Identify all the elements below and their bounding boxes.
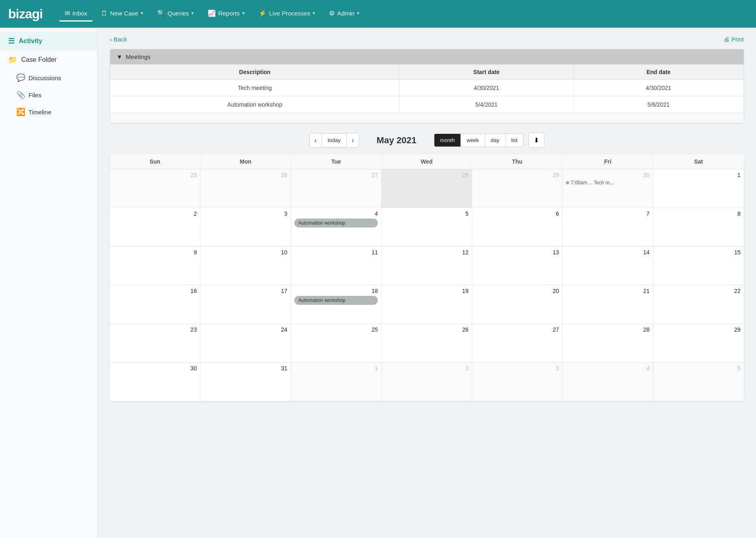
meeting-2-start: 5/4/2021	[399, 96, 573, 113]
top-navigation: bizagi ✉ Inbox 🗒 New Case ▾ 🔍 Queries ▾ …	[0, 0, 756, 28]
nav-new-case-label: New Case	[110, 10, 138, 17]
cal-cell-may6[interactable]: 6	[472, 208, 563, 247]
meetings-card: ▼ Meetings Description Start date End da…	[110, 49, 744, 123]
cal-cell-may9[interactable]: 9	[110, 247, 200, 285]
cal-cell-may17[interactable]: 17	[200, 285, 291, 324]
inbox-icon: ✉	[65, 9, 70, 17]
nav-new-case[interactable]: 🗒 New Case ▾	[95, 7, 149, 22]
meeting-1-description: Tech meeting	[110, 80, 400, 96]
cal-cell-may21[interactable]: 21	[563, 285, 653, 324]
sidebar-timeline-label: Timeline	[28, 109, 51, 116]
cal-cell-jun1[interactable]: 1	[291, 363, 381, 401]
admin-caret: ▾	[357, 11, 359, 16]
cal-prev-button[interactable]: ‹	[310, 133, 322, 147]
cal-event-tech-meeting-dot[interactable]: 7:00am ... Tech m...	[566, 180, 649, 186]
cal-download-button[interactable]: ⬇	[528, 133, 544, 148]
activity-icon: ☰	[8, 37, 15, 46]
sidebar-item-timeline[interactable]: 🔀 Timeline	[8, 103, 97, 120]
cal-view-month[interactable]: month	[434, 134, 461, 147]
cal-cell-may28[interactable]: 28	[563, 324, 653, 363]
nav-queries[interactable]: 🔍 Queries ▾	[151, 6, 200, 22]
cal-cell-jun4[interactable]: 4	[563, 363, 653, 401]
cal-cell-may30[interactable]: 30	[110, 363, 200, 401]
cal-cell-may13[interactable]: 13	[472, 247, 563, 285]
col-start-date: Start date	[399, 65, 573, 80]
cal-cell-may14[interactable]: 14	[563, 247, 653, 285]
meeting-1-start: 4/30/2021	[399, 80, 573, 96]
nav-admin[interactable]: ⚙ Admin ▾	[323, 6, 365, 22]
cal-cell-may26[interactable]: 26	[381, 324, 472, 363]
meetings-header: ▼ Meetings	[110, 49, 744, 64]
cal-cell-may10[interactable]: 10	[200, 247, 291, 285]
nav-reports[interactable]: 📈 Reports ▾	[202, 6, 250, 22]
cal-cell-apr30[interactable]: 30 7:00am ... Tech m...	[563, 169, 653, 208]
sidebar-item-files[interactable]: 📎 Files	[8, 86, 97, 103]
cal-event-automation-workshop-1[interactable]: Automation workshop	[294, 219, 378, 227]
cal-cell-may24[interactable]: 24	[200, 324, 291, 363]
cal-cell-may5[interactable]: 5	[381, 208, 472, 247]
cal-cell-may16[interactable]: 16	[110, 285, 200, 324]
cal-cell-may4[interactable]: 4 Automation workshop	[291, 208, 381, 247]
cal-cell-may12[interactable]: 12	[381, 247, 472, 285]
meeting-row-2[interactable]: Automation workshop 5/4/2021 5/6/2021	[110, 96, 744, 113]
sidebar-activity-label: Activity	[19, 37, 42, 45]
cal-cell-may2[interactable]: 2	[110, 208, 200, 247]
cal-cell-may22[interactable]: 22	[653, 285, 744, 324]
cal-cell-may31[interactable]: 31	[200, 363, 291, 401]
cal-event-automation-workshop-2[interactable]: Automation workshop	[294, 296, 378, 305]
cal-cell-may8[interactable]: 8	[653, 208, 744, 247]
cal-nav-group: ‹ today ›	[309, 133, 359, 148]
cal-cell-may23[interactable]: 23	[110, 324, 200, 363]
cal-cell-jun5[interactable]: 5	[653, 363, 744, 401]
meetings-title: Meetings	[126, 53, 151, 60]
cal-cell-may11[interactable]: 11	[291, 247, 381, 285]
main-layout: ☰ Activity 📁 Case Folder 💬 Discussions 📎…	[0, 28, 756, 538]
cal-cell-jun3[interactable]: 3	[472, 363, 563, 401]
nav-live-processes[interactable]: ⚡ Live Processes ▾	[253, 6, 321, 22]
cal-cell-apr25[interactable]: 25	[110, 169, 200, 208]
new-case-caret: ▾	[141, 11, 143, 16]
cal-view-week[interactable]: week	[461, 134, 485, 147]
nav-live-processes-label: Live Processes	[269, 10, 311, 17]
sidebar-item-discussions[interactable]: 💬 Discussions	[8, 69, 97, 86]
nav-queries-label: Queries	[168, 10, 189, 17]
cal-header-sun: Sun	[110, 154, 200, 169]
cal-cell-may1[interactable]: 1	[653, 169, 744, 208]
cal-cell-may27[interactable]: 27	[472, 324, 563, 363]
sidebar-item-activity[interactable]: ☰ Activity	[0, 32, 97, 50]
cal-next-button[interactable]: ›	[347, 133, 359, 147]
cal-cell-apr27[interactable]: 27	[291, 169, 381, 208]
cal-view-list[interactable]: list	[506, 134, 524, 147]
print-button[interactable]: 🖨 Print	[723, 36, 744, 43]
sidebar: ☰ Activity 📁 Case Folder 💬 Discussions 📎…	[0, 28, 98, 538]
cal-today-button[interactable]: today	[322, 134, 347, 147]
back-chevron-icon: ‹	[110, 36, 112, 43]
cal-cell-may29[interactable]: 29	[653, 324, 744, 363]
meeting-row-1[interactable]: Tech meeting 4/30/2021 4/30/2021	[110, 80, 744, 96]
queries-caret: ▾	[191, 11, 194, 16]
case-folder-icon: 📁	[8, 55, 17, 64]
calendar: Sun Mon Tue Wed Thu Fri Sat 25 26 27 28 …	[110, 154, 744, 401]
meetings-collapse-icon[interactable]: ▼	[116, 53, 123, 60]
cal-cell-may20[interactable]: 20	[472, 285, 563, 324]
cal-view-day[interactable]: day	[485, 134, 506, 147]
cal-cell-may25[interactable]: 25	[291, 324, 381, 363]
cal-header-tue: Tue	[291, 154, 381, 169]
cal-cell-apr28[interactable]: 28	[381, 169, 472, 208]
sidebar-files-label: Files	[28, 92, 42, 98]
sidebar-case-folder-label: Case Folder	[21, 56, 57, 63]
cal-cell-may19[interactable]: 19	[381, 285, 472, 324]
nav-inbox[interactable]: ✉ Inbox	[59, 6, 93, 22]
cal-cell-apr26[interactable]: 26	[200, 169, 291, 208]
cal-cell-jun2[interactable]: 2	[381, 363, 472, 401]
cal-cell-may3[interactable]: 3	[200, 208, 291, 247]
meeting-2-end: 5/6/2021	[573, 96, 743, 113]
cal-cell-may18[interactable]: 18 Automation workshop	[291, 285, 381, 324]
cal-cell-apr29[interactable]: 29	[472, 169, 563, 208]
cal-cell-may15[interactable]: 15	[653, 247, 744, 285]
nav-admin-label: Admin	[337, 10, 355, 17]
sidebar-item-case-folder[interactable]: 📁 Case Folder	[0, 50, 97, 69]
cal-cell-may7[interactable]: 7	[563, 208, 653, 247]
back-button[interactable]: ‹ Back	[110, 36, 127, 43]
col-end-date: End date	[573, 65, 743, 80]
